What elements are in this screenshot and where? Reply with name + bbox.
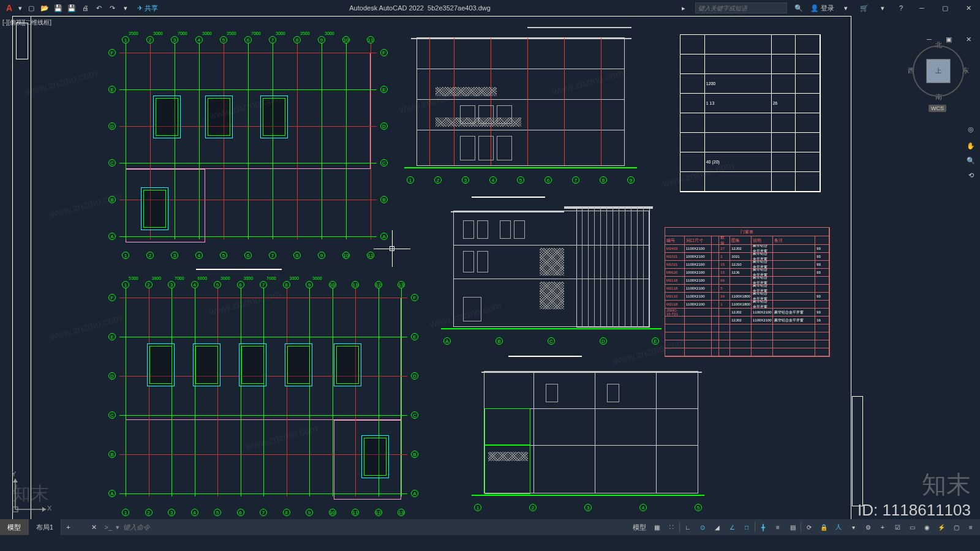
table-cell [815, 285, 829, 292]
qat-dropdown-icon[interactable]: ▾ [120, 2, 131, 13]
ortho-icon[interactable]: ∟ [681, 520, 695, 534]
share-icon: ✈ [137, 4, 143, 12]
axis-label: 4 [195, 252, 203, 259]
axis-label: A [411, 490, 418, 497]
isolate-icon[interactable]: ◉ [920, 520, 933, 534]
app-logo[interactable]: A [2, 3, 16, 13]
table-cell [730, 285, 752, 292]
tab-add-button[interactable]: + [61, 519, 75, 535]
axis-label: 9 [306, 509, 313, 516]
view-cube[interactable]: 北 南 西 东 上 [908, 40, 969, 102]
transparency-icon[interactable]: ▤ [786, 520, 799, 534]
table-cell: 豪华铝合金平开窗 [773, 309, 815, 316]
axis-label: 5 [214, 509, 221, 516]
viewcube-east[interactable]: 东 [962, 66, 969, 75]
autodesk-app-icon[interactable]: ▾ [840, 2, 851, 13]
infocenter-search-prev-icon[interactable]: ▸ [678, 2, 689, 13]
snap-icon[interactable]: ⸬ [665, 520, 678, 534]
svg-marker-2 [42, 507, 46, 512]
polar-icon[interactable]: ⊙ [696, 520, 709, 534]
close-button[interactable]: ✕ [959, 2, 978, 14]
grid-icon[interactable]: ▦ [650, 520, 663, 534]
annoscale-icon[interactable]: 人 [832, 520, 845, 534]
undo-icon[interactable]: ↶ [93, 2, 104, 13]
axis-label: 3 [462, 176, 469, 184]
axis-label: 2 [145, 509, 153, 516]
redo-icon[interactable]: ↷ [107, 2, 118, 13]
command-line[interactable]: ✕ >_ ▾ [88, 519, 197, 535]
cleanscreen-icon[interactable]: ▢ [949, 520, 963, 534]
axis-label: 3 [171, 36, 178, 43]
tab-model[interactable]: 模型 [0, 519, 29, 535]
table-cell: 12J02 [730, 309, 752, 316]
otrack-icon[interactable]: □ [740, 520, 753, 534]
axis-label: C [548, 337, 555, 345]
app-menu-dropdown[interactable]: ▾ [16, 4, 24, 12]
drawing-viewport[interactable]: [-][俯视][二维线框] ─ ▣ ✕ 11350022300033700044… [0, 16, 980, 535]
open-icon[interactable]: 📂 [39, 2, 50, 13]
new-icon[interactable]: ▢ [26, 2, 37, 13]
annotation-monitor-icon[interactable]: + [876, 520, 889, 534]
table-cell: 1100X2100 [685, 245, 712, 252]
title-bar: A ▾ ▢ 📂 💾 💾 🖨 ↶ ↷ ▾ ✈ 共享 Autodesk AutoCA… [0, 0, 980, 16]
axis-label: 7 [260, 281, 267, 288]
save-icon[interactable]: 💾 [53, 2, 64, 13]
axis-label: 13 [398, 509, 405, 516]
table-cell [685, 332, 712, 340]
orbit-icon[interactable]: ⟲ [965, 168, 976, 182]
minimize-button[interactable]: ─ [913, 2, 931, 14]
table-cell [712, 285, 719, 292]
dynamic-input-icon[interactable]: ╋ [756, 520, 770, 534]
help-dropdown-icon[interactable]: ▾ [877, 2, 888, 13]
isodraft-icon[interactable]: ◢ [710, 520, 724, 534]
help-icon[interactable]: ? [895, 2, 907, 13]
units-icon[interactable]: ☑ [891, 520, 904, 534]
viewcube-west[interactable]: 西 [908, 66, 914, 75]
table-cell [719, 309, 730, 316]
viewcube-north[interactable]: 北 [935, 40, 942, 50]
saveas-icon[interactable]: 💾 [66, 2, 77, 13]
table-cell [719, 317, 730, 324]
viewcube-south[interactable]: 南 [935, 92, 942, 102]
lineweight-icon[interactable]: ≡ [771, 520, 785, 534]
hardware-accel-icon[interactable]: ⚡ [935, 520, 948, 534]
plot-icon[interactable]: 🖨 [80, 2, 91, 13]
cycling-icon[interactable]: ⟳ [802, 520, 816, 534]
customize-icon[interactable]: ≡ [964, 520, 978, 534]
table-cell: 豪华铝合金平开窗 [752, 301, 773, 308]
annoscale-dropdown-icon[interactable]: ▾ [846, 520, 860, 534]
zoom-extents-icon[interactable]: 🔍 [965, 153, 976, 168]
cart-icon[interactable]: 🛒 [859, 2, 870, 13]
table-cell [752, 340, 773, 348]
viewcube-top-face[interactable]: 上 [926, 59, 951, 83]
workspace-icon[interactable]: ⚙ [861, 520, 875, 534]
wcs-indicator[interactable]: WCS [929, 105, 946, 112]
infocenter-search-input[interactable] [695, 2, 787, 13]
cmdline-close-icon[interactable]: ✕ [89, 522, 100, 533]
table-cell [772, 74, 796, 93]
pan-icon[interactable]: ✋ [965, 138, 976, 153]
table-cell: M0620 [665, 269, 685, 276]
steering-wheel-icon[interactable]: ◎ [965, 120, 976, 138]
table-cell [712, 317, 719, 324]
axis-label: 10 [329, 281, 336, 288]
search-icon[interactable]: 🔍 [793, 2, 804, 13]
table-cell [773, 348, 815, 356]
table-cell [815, 277, 829, 284]
svg-marker-3 [13, 479, 18, 482]
cmdline-history-icon[interactable]: ▾ [116, 523, 119, 531]
axis-label: D [380, 122, 388, 130]
annoscale-lock-icon[interactable]: 🔒 [817, 520, 831, 534]
command-input[interactable] [123, 523, 197, 531]
maximize-button[interactable]: ▢ [936, 2, 954, 14]
axis-label: F [108, 49, 116, 56]
watermark-logo-large: 知末 [922, 468, 971, 501]
share-button[interactable]: ✈ 共享 [132, 4, 163, 13]
osnap-icon[interactable]: ∠ [725, 520, 739, 534]
axis-label: 9 [627, 176, 635, 184]
login-button[interactable]: 👤 登录 [810, 4, 834, 13]
tab-layout1[interactable]: 布局1 [29, 519, 61, 535]
table-cell: M2118 [665, 277, 685, 284]
quickprops-icon[interactable]: ▭ [905, 520, 919, 534]
status-space[interactable]: 模型 [630, 523, 649, 532]
